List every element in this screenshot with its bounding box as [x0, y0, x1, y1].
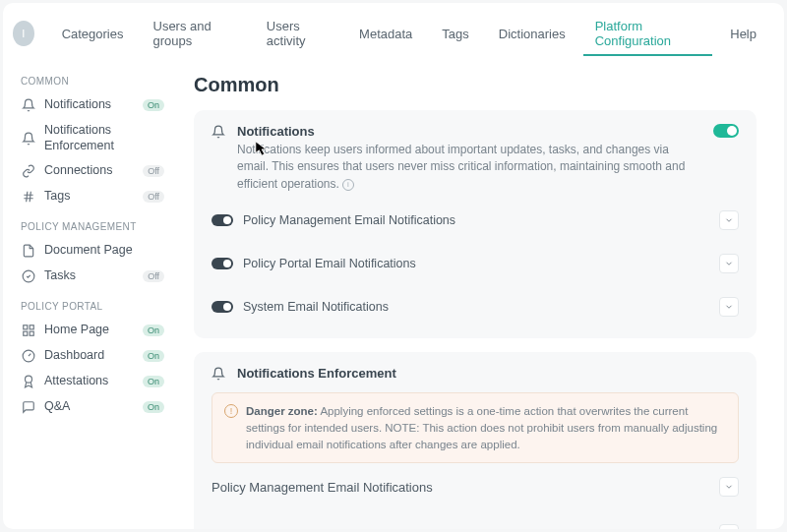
- card-description: Notifications keep users informed about …: [237, 142, 703, 193]
- row-label: Policy Portal Email Notifications: [243, 257, 416, 270]
- sidebar-section-header: COMMON: [21, 76, 168, 87]
- nav-help[interactable]: Help: [718, 19, 768, 49]
- sidebar-item-q&a[interactable]: Q&AOn: [17, 394, 168, 420]
- status-badge: Off: [143, 191, 164, 203]
- svg-rect-5: [24, 325, 28, 329]
- avatar[interactable]: I: [13, 21, 34, 46]
- svg-line-3: [30, 192, 30, 203]
- sidebar-item-label: Home Page: [44, 323, 135, 338]
- bell-icon: [212, 367, 227, 383]
- sidebar-item-label: Tasks: [44, 268, 135, 284]
- sidebar-item-label: Attestations: [44, 374, 135, 389]
- top-nav: I CategoriesUsers and groupsUsers activi…: [3, 3, 784, 56]
- sidebar-item-label: Tags: [44, 189, 135, 205]
- gauge-icon: [21, 348, 36, 364]
- sidebar-section-header: POLICY MANAGEMENT: [21, 221, 168, 232]
- link-icon: [21, 163, 36, 179]
- grid-icon: [21, 323, 36, 338]
- chevron-down-icon[interactable]: [719, 254, 739, 273]
- info-icon[interactable]: i: [342, 179, 354, 191]
- svg-point-10: [26, 376, 32, 383]
- svg-rect-7: [24, 331, 28, 335]
- nav-tags[interactable]: Tags: [430, 19, 480, 49]
- enforcement-row: Policy Management Email Notifications: [212, 463, 739, 510]
- sidebar-section-header: POLICY PORTAL: [21, 301, 168, 312]
- enforcement-row: Policy Portal Email Notifications: [212, 510, 739, 529]
- row-label: Policy Management Email Notifications: [212, 480, 433, 495]
- chevron-down-icon[interactable]: [719, 297, 739, 317]
- sidebar-item-notifications-enforcement[interactable]: Notifications Enforcement: [17, 118, 168, 158]
- row-toggle[interactable]: [212, 258, 233, 269]
- status-badge: On: [143, 401, 164, 413]
- svg-rect-6: [30, 325, 33, 329]
- notification-row: Policy Management Email Notifications: [212, 199, 739, 242]
- hash-icon: [21, 189, 36, 205]
- notification-row: System Email Notifications: [212, 285, 739, 328]
- check-icon: [21, 268, 36, 284]
- bell-icon: [212, 125, 227, 141]
- sidebar-item-dashboard[interactable]: DashboardOn: [17, 343, 168, 369]
- nav-users-and-groups[interactable]: Users and groups: [142, 11, 249, 56]
- bell-icon: [21, 131, 36, 147]
- sidebar-item-label: Q&A: [44, 399, 135, 415]
- svg-line-2: [27, 192, 28, 203]
- card-title: Notifications Enforcement: [237, 366, 396, 381]
- page-title: Common: [194, 74, 757, 96]
- status-badge: On: [143, 376, 164, 387]
- nav-users-activity[interactable]: Users activity: [255, 11, 341, 56]
- sidebar-item-label: Dashboard: [44, 348, 135, 364]
- sidebar-item-home-page[interactable]: Home PageOn: [17, 318, 168, 343]
- notification-row: Policy Portal Email Notifications: [212, 242, 739, 285]
- row-label: System Email Notifications: [243, 300, 389, 314]
- row-toggle[interactable]: [212, 301, 233, 313]
- chevron-down-icon[interactable]: [719, 477, 739, 497]
- row-label: Policy Management Email Notifications: [243, 213, 455, 227]
- notifications-card: Notifications Notifications keep users i…: [194, 110, 757, 338]
- chevron-down-icon[interactable]: [719, 524, 739, 529]
- sidebar-item-label: Connections: [44, 163, 135, 179]
- status-badge: On: [143, 350, 164, 362]
- sidebar-item-label: Notifications Enforcement: [44, 123, 164, 153]
- sidebar-item-tasks[interactable]: TasksOff: [17, 264, 168, 289]
- doc-icon: [21, 243, 36, 259]
- sidebar-item-attestations[interactable]: AttestationsOn: [17, 369, 168, 394]
- award-icon: [21, 374, 36, 389]
- sidebar: COMMONNotificationsOnNotifications Enfor…: [3, 56, 176, 529]
- nav-categories[interactable]: Categories: [50, 19, 136, 49]
- sidebar-item-notifications[interactable]: NotificationsOn: [17, 92, 168, 118]
- row-toggle[interactable]: [212, 214, 233, 226]
- row-label: Policy Portal Email Notifications: [212, 527, 392, 529]
- sidebar-item-connections[interactable]: ConnectionsOff: [17, 158, 168, 184]
- sidebar-item-label: Document Page: [44, 243, 164, 259]
- chat-icon: [21, 399, 36, 415]
- bell-icon: [21, 97, 36, 113]
- chevron-down-icon[interactable]: [719, 210, 739, 230]
- sidebar-item-document-page[interactable]: Document Page: [17, 238, 168, 264]
- status-badge: On: [143, 99, 164, 111]
- main-content: Common Notifications Notifications keep …: [176, 56, 784, 529]
- notifications-master-toggle[interactable]: [713, 124, 739, 138]
- nav-dictionaries[interactable]: Dictionaries: [487, 19, 577, 49]
- status-badge: Off: [143, 165, 164, 177]
- status-badge: On: [143, 325, 164, 336]
- sidebar-item-label: Notifications: [44, 97, 135, 113]
- sidebar-item-tags[interactable]: TagsOff: [17, 184, 168, 209]
- svg-rect-8: [30, 331, 33, 335]
- danger-zone-banner: ! Danger zone: Applying enforced setting…: [212, 392, 739, 463]
- nav-metadata[interactable]: Metadata: [347, 19, 424, 49]
- card-title: Notifications: [237, 124, 703, 139]
- warning-icon: !: [224, 404, 238, 418]
- nav-platform-configuration[interactable]: Platform Configuration: [583, 11, 713, 56]
- notifications-enforcement-card: Notifications Enforcement ! Danger zone:…: [194, 352, 757, 529]
- status-badge: Off: [143, 270, 164, 282]
